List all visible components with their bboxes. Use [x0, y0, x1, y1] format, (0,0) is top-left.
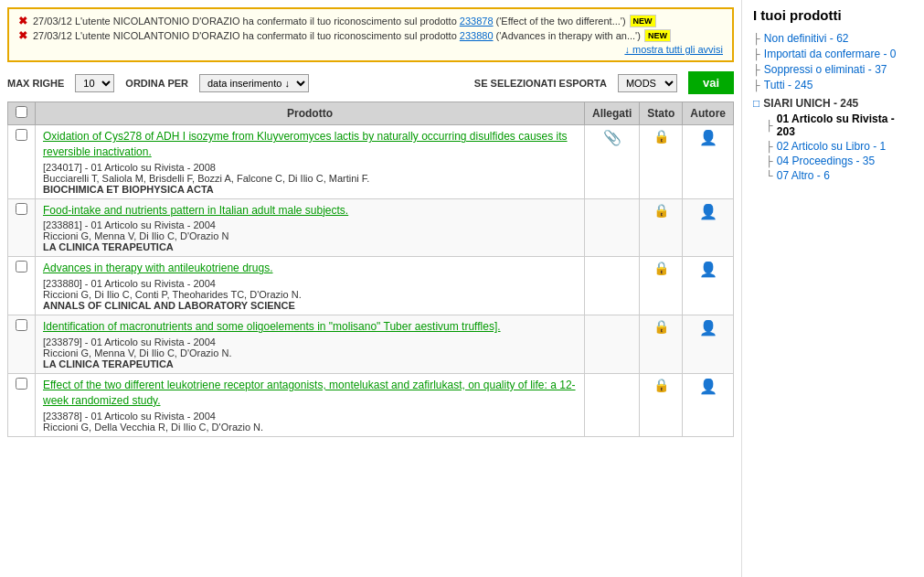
max-righe-label: MAX RIGHE	[7, 78, 64, 89]
sidebar-sub-item-link[interactable]: 04 Proceedings - 35	[777, 155, 875, 167]
product-meta: [233878] - 01 Articolo su Rivista - 2004	[43, 411, 577, 422]
notif-product-text-2: ('Advances in therapy with an...')	[494, 30, 641, 41]
product-authors: Riccioni G, Menna V, Di Ilio C, D'Orazio…	[43, 347, 577, 358]
notif-link-1[interactable]: 233878	[460, 16, 494, 27]
product-title-link[interactable]: Identification of macronutrients and som…	[43, 320, 501, 333]
vai-button[interactable]: vai	[688, 71, 734, 94]
row-checkbox[interactable]	[16, 129, 27, 141]
sidebar-dash-icon: ├	[753, 48, 760, 59]
td-allegati	[584, 198, 639, 257]
th-stato: Stato	[640, 102, 683, 125]
sidebar-dash-icon: ├	[753, 80, 760, 91]
product-meta: [233880] - 01 Articolo su Rivista - 2004	[43, 278, 577, 289]
lock-icon: 🔒	[653, 203, 669, 218]
td-allegati	[584, 315, 639, 374]
ordina-label: ORDINA PER	[125, 78, 188, 89]
table-row: Identification of macronutrients and som…	[8, 315, 734, 374]
ordina-select[interactable]: data inserimento ↓ data inserimento ↑ ti…	[199, 74, 309, 92]
product-title-link[interactable]: Advances in therapy with antileukotriene…	[43, 262, 272, 274]
sidebar-sub-dash-icon: └	[766, 170, 773, 181]
row-checkbox[interactable]	[16, 319, 27, 331]
td-stato: 🔒	[640, 198, 683, 257]
sidebar-sub-item-link[interactable]: 02 Articolo su Libro - 1	[777, 140, 886, 153]
table-row: Effect of the two different leukotriene …	[8, 373, 734, 436]
mostra-tutti-link[interactable]: ↓ mostra tutti gli avvisi	[624, 44, 723, 55]
th-prodotto: Prodotto	[36, 102, 585, 125]
folder-icon: □	[753, 97, 759, 110]
td-allegati: 📎	[584, 125, 639, 199]
notif-user-2: L'utente NICOLANTONIO D'ORAZIO ha confer…	[75, 30, 460, 41]
product-title-link[interactable]: Food-intake and nutrients pattern in Ita…	[43, 204, 348, 217]
person-icon: 👤	[699, 379, 717, 394]
td-stato: 🔒	[640, 373, 683, 436]
sidebar-title: I tuoi prodotti	[753, 7, 913, 23]
controls-bar: MAX RIGHE 10 20 50 ORDINA PER data inser…	[7, 71, 734, 94]
notif-product-text-1: ('Effect of the two different...')	[494, 16, 626, 27]
row-checkbox[interactable]	[16, 378, 27, 390]
product-authors: Riccioni G, Menna V, Di Ilio C, D'Orazio…	[43, 230, 577, 241]
paperclip-icon: 📎	[603, 130, 621, 145]
product-journal: ANNALS OF CLINICAL AND LABORATORY SCIENC…	[43, 300, 577, 311]
product-meta: [234017] - 01 Articolo su Rivista - 2008	[43, 162, 577, 173]
product-journal: LA CLINICA TERAPEUTICA	[43, 241, 577, 252]
td-autore: 👤	[683, 257, 734, 315]
row-checkbox[interactable]	[16, 203, 27, 215]
sidebar-item: ├Soppressi o eliminati - 37	[753, 63, 913, 76]
notification-box: ✖ 27/03/12 L'utente NICOLANTONIO D'ORAZI…	[7, 7, 734, 62]
sidebar-item-link[interactable]: Soppressi o eliminati - 37	[764, 63, 887, 76]
notif-link-2[interactable]: 233880	[460, 30, 494, 41]
sidebar-dash-icon: ├	[753, 64, 760, 75]
notif-date-2: 27/03/12	[33, 30, 75, 41]
products-table: Prodotto Allegati Stato Autore Oxidation…	[7, 102, 734, 437]
notif-user-1: L'utente NICOLANTONIO D'ORAZIO ha confer…	[75, 16, 460, 27]
sidebar-sub-item-link[interactable]: 01 Articolo su Rivista - 203	[777, 112, 913, 138]
sidebar-sub-item: └07 Altro - 6	[766, 169, 913, 182]
sidebar-item: ├Importati da confermare - 0	[753, 48, 913, 60]
person-icon: 👤	[699, 204, 717, 219]
lock-icon: 🔒	[653, 129, 669, 144]
sidebar-sub-dash-icon: ├	[766, 141, 773, 152]
max-righe-select[interactable]: 10 20 50	[75, 74, 114, 92]
sidebar-item-link[interactable]: Non definitivi - 62	[764, 32, 849, 45]
person-icon: 👤	[699, 320, 717, 336]
product-authors: Bucciarelli T, Saliola M, Brisdelli F, B…	[43, 173, 577, 184]
mostra-link[interactable]: ↓ mostra tutti gli avvisi	[18, 44, 723, 55]
td-allegati	[584, 373, 639, 436]
product-title-link[interactable]: Effect of the two different leukotriene …	[43, 379, 576, 407]
row-checkbox[interactable]	[16, 261, 27, 272]
td-autore: 👤	[683, 198, 734, 257]
notif-date-1: 27/03/12	[33, 16, 75, 27]
lock-icon: 🔒	[653, 261, 669, 275]
sidebar-item: ├Non definitivi - 62	[753, 32, 913, 45]
sidebar-item: ├Tutti - 245	[753, 79, 913, 91]
sidebar-sub-item: ├04 Proceedings - 35	[766, 155, 913, 167]
th-autore: Autore	[683, 102, 734, 125]
table-row: Food-intake and nutrients pattern in Ita…	[8, 198, 734, 257]
product-meta: [233879] - 01 Articolo su Rivista - 2004	[43, 337, 577, 347]
select-all-checkbox[interactable]	[16, 106, 27, 118]
product-authors: Riccioni G, Della Vecchia R, Di Ilio C, …	[43, 422, 577, 433]
notif-new-badge-2: NEW	[644, 29, 671, 42]
sidebar-item-link[interactable]: Tutti - 245	[764, 79, 813, 91]
sidebar: I tuoi prodotti ├Non definitivi - 62├Imp…	[741, 0, 924, 577]
product-meta: [233881] - 01 Articolo su Rivista - 2004	[43, 219, 577, 230]
product-title-link[interactable]: Oxidation of Cys278 of ADH I isozyme fro…	[43, 130, 568, 158]
folder-label: SIARI UNICH - 245	[763, 97, 858, 110]
product-journal: LA CLINICA TERAPEUTICA	[43, 358, 577, 369]
td-autore: 👤	[683, 125, 734, 199]
sidebar-sub-item: ├02 Articolo su Libro - 1	[766, 140, 913, 153]
td-stato: 🔒	[640, 257, 683, 315]
td-stato: 🔒	[640, 315, 683, 374]
esporta-select[interactable]: MODS BibTeX RIS	[618, 74, 677, 92]
th-allegati: Allegati	[584, 102, 639, 125]
td-autore: 👤	[683, 315, 734, 374]
th-checkbox	[8, 102, 36, 125]
lock-icon: 🔒	[653, 319, 669, 334]
sidebar-sub-item-link[interactable]: 07 Altro - 6	[777, 169, 830, 182]
sidebar-item-link[interactable]: Importati da confermare - 0	[764, 48, 897, 60]
person-icon: 👤	[699, 130, 717, 145]
table-row: Oxidation of Cys278 of ADH I isozyme fro…	[8, 125, 734, 199]
sidebar-sub-dash-icon: ├	[766, 155, 773, 166]
person-icon: 👤	[699, 262, 717, 277]
td-stato: 🔒	[640, 125, 683, 199]
